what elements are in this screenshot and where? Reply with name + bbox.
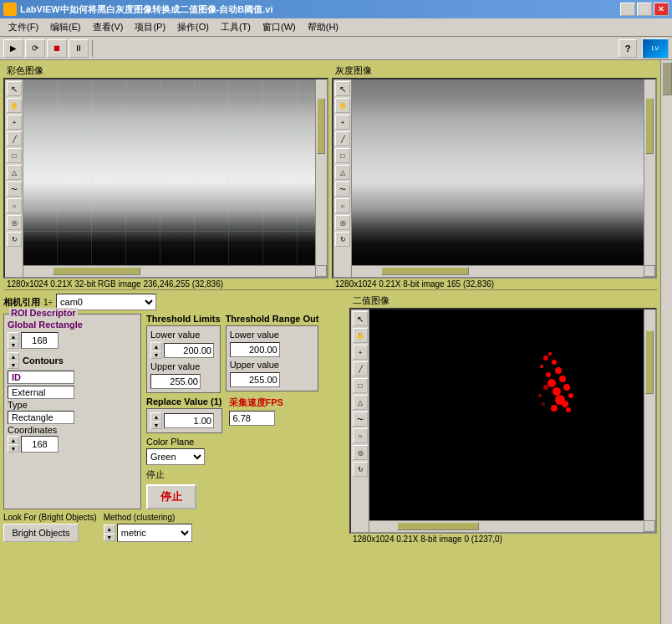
rv-down[interactable]: ▼ <box>150 421 162 429</box>
binary-vscroll-thumb[interactable] <box>645 330 654 394</box>
minimize-button[interactable]: _ <box>620 3 635 16</box>
method-label: Method (clustering) <box>104 513 192 522</box>
gray-zoom-tool[interactable]: + <box>335 115 350 130</box>
menu-tools[interactable]: 工具(T) <box>216 19 256 35</box>
thresh-out-upper-input[interactable]: 255.00 <box>230 372 280 387</box>
menu-help[interactable]: 帮助(H) <box>303 19 344 35</box>
svg-point-8 <box>563 384 570 391</box>
bin-annulus-tool[interactable]: ◎ <box>353 445 368 460</box>
bin-ellipse-tool[interactable]: ○ <box>353 428 368 443</box>
thresh-lower-up[interactable]: ▲ <box>150 342 162 350</box>
content-area: 彩色图像 ↖ ✋ + ╱ □ △ 〜 ○ ◎ ↻ <box>0 60 660 624</box>
gray-pan-tool[interactable]: ✋ <box>335 98 350 113</box>
gray-rotate-tool[interactable]: ↻ <box>335 232 350 247</box>
binary-image-hscroll[interactable] <box>369 520 644 532</box>
poly-tool[interactable]: △ <box>7 165 22 180</box>
method-select[interactable]: metric clustering <box>117 524 192 542</box>
run-continuously-button[interactable]: ⟳ <box>25 39 45 58</box>
bin-rotate-tool[interactable]: ↻ <box>353 462 368 477</box>
gray-free-tool[interactable]: 〜 <box>335 182 350 197</box>
coord-input[interactable]: 168 <box>21 436 59 453</box>
global-rect-input[interactable]: 168 <box>21 332 59 349</box>
thresh-out-lower-input[interactable]: 200.00 <box>230 342 280 357</box>
global-rect-up[interactable]: ▲ <box>8 332 19 340</box>
gray-vscroll-thumb[interactable] <box>645 98 654 154</box>
roi-descriptor-panel: ROI Descriptor Global Rectangle ▲ ▼ 168 <box>3 314 141 509</box>
menu-operate[interactable]: 操作(O) <box>172 19 214 35</box>
bin-rect-tool[interactable]: □ <box>353 378 368 393</box>
left-controls: 相机引用 1÷ cam0 ROI Descriptor Global Recta… <box>3 294 346 545</box>
global-rect-down[interactable]: ▼ <box>8 340 19 349</box>
menu-view[interactable]: 查看(V) <box>88 19 129 35</box>
fps-label: 采集速度FPS <box>229 396 283 409</box>
gray-line-tool[interactable]: ╱ <box>335 131 350 146</box>
main-vscrollbar[interactable] <box>660 60 672 624</box>
gray-hscroll-thumb[interactable] <box>381 267 469 275</box>
gray-ellipse-tool[interactable]: ○ <box>335 198 350 213</box>
menu-window[interactable]: 窗口(W) <box>257 19 301 35</box>
method-down[interactable]: ▼ <box>104 533 115 541</box>
bright-objects-button[interactable]: Bright Objects <box>3 524 79 542</box>
close-button[interactable]: ✕ <box>654 3 669 16</box>
rect-label-box: Rectangle <box>8 411 74 424</box>
gray-poly-tool[interactable]: △ <box>335 165 350 180</box>
thresh-limits-upper-input[interactable]: 255.00 <box>150 374 201 389</box>
color-plane-select[interactable]: Green <box>146 448 205 465</box>
run-button[interactable]: ▶ <box>3 39 23 58</box>
method-up[interactable]: ▲ <box>104 524 115 533</box>
ellipse-tool[interactable]: ○ <box>7 198 22 213</box>
coord-label: Coordinates <box>8 425 57 435</box>
color-hscroll-thumb[interactable] <box>53 267 140 275</box>
bin-zoom-tool[interactable]: + <box>353 345 368 360</box>
thresh-limits-upper-label: Upper value <box>150 361 216 371</box>
bin-free-tool[interactable]: 〜 <box>353 412 368 427</box>
global-rect-label: Global Rectangle <box>8 320 83 330</box>
free-tool[interactable]: 〜 <box>7 182 22 197</box>
app-icon <box>3 3 17 16</box>
gray-select-tool[interactable]: ↖ <box>335 81 350 96</box>
pause-button[interactable]: ⏸ <box>69 39 89 58</box>
replace-value-input[interactable]: 1.00 <box>164 413 214 428</box>
contours-down[interactable]: ▼ <box>8 361 19 369</box>
menu-file[interactable]: 文件(F) <box>3 19 43 35</box>
color-image-display <box>23 79 315 265</box>
pan-tool[interactable]: ✋ <box>7 98 22 113</box>
color-vscroll-thumb[interactable] <box>317 98 325 154</box>
zoom-tool[interactable]: + <box>7 115 22 130</box>
thresh-limits-lower-input[interactable]: 200.00 <box>164 343 214 358</box>
coord-up[interactable]: ▲ <box>8 436 19 444</box>
gray-rect-tool[interactable]: □ <box>335 148 350 163</box>
gray-image-vscroll[interactable] <box>644 79 655 265</box>
annulus-tool[interactable]: ◎ <box>7 215 22 230</box>
stop-button[interactable]: 停止 <box>146 484 196 509</box>
binary-image-vscroll[interactable] <box>644 309 655 520</box>
bin-select-tool[interactable]: ↖ <box>353 311 368 326</box>
color-image-hscroll[interactable] <box>23 265 315 277</box>
replace-value-input-row: ▲ ▼ 1.00 <box>150 412 218 429</box>
coord-down[interactable]: ▼ <box>8 444 19 453</box>
abort-button[interactable]: ⏹ <box>47 39 67 58</box>
color-image-vscroll[interactable] <box>315 79 327 265</box>
help-button[interactable]: ? <box>619 39 637 58</box>
thresh-limits-lower-row: ▲ ▼ 200.00 <box>150 342 216 359</box>
gray-image-hscroll[interactable] <box>352 265 644 277</box>
rect-label-row: Rectangle <box>8 411 137 424</box>
rotate-tool[interactable]: ↻ <box>7 232 22 247</box>
rect-tool[interactable]: □ <box>7 148 22 163</box>
menu-edit[interactable]: 编辑(E) <box>45 19 86 35</box>
menu-project[interactable]: 项目(P) <box>130 19 171 35</box>
bin-line-tool[interactable]: ╱ <box>353 361 368 376</box>
main-vscroll-thumb[interactable] <box>662 62 672 95</box>
svg-point-6 <box>559 376 566 382</box>
rv-up[interactable]: ▲ <box>150 412 162 421</box>
thresh-lower-down[interactable]: ▼ <box>150 350 162 359</box>
bin-pan-tool[interactable]: ✋ <box>353 328 368 343</box>
binary-hscroll-thumb[interactable] <box>397 522 479 530</box>
gray-annulus-tool[interactable]: ◎ <box>335 215 350 230</box>
bin-poly-tool[interactable]: △ <box>353 395 368 410</box>
contours-up[interactable]: ▲ <box>8 352 19 361</box>
select-tool[interactable]: ↖ <box>7 81 22 96</box>
line-tool[interactable]: ╱ <box>7 131 22 146</box>
binary-image-tools: ↖ ✋ + ╱ □ △ 〜 ○ ◎ ↻ <box>351 309 369 532</box>
maximize-button[interactable]: □ <box>637 3 652 16</box>
